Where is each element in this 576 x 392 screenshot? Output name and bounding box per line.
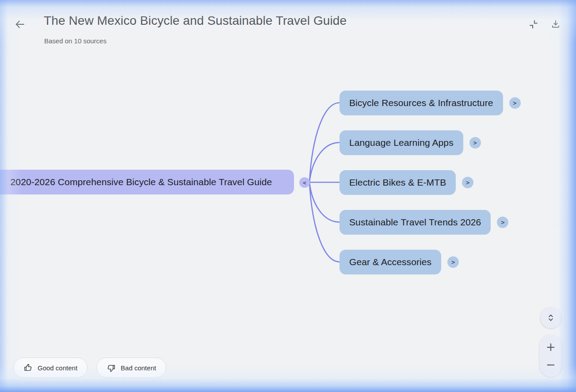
connector-line xyxy=(309,143,339,183)
root-node-label: 2020-2026 Comprehensive Bicycle & Sustai… xyxy=(11,177,272,187)
expand-chevron-glyph: > xyxy=(473,139,477,146)
download-icon xyxy=(550,19,561,30)
mindmap-node-sustainable-trends[interactable]: Sustainable Travel Trends 2026 xyxy=(339,210,491,235)
connector-line xyxy=(309,183,339,222)
expand-chevron-glyph: > xyxy=(501,219,504,226)
node-label: Gear & Accessories xyxy=(349,257,431,267)
good-content-label: Good content xyxy=(38,364,77,372)
expand-toggle[interactable]: > xyxy=(447,256,459,268)
node-label: Bicycle Resources & Infrastructure xyxy=(349,98,493,108)
mindmap-branch-row: Sustainable Travel Trends 2026 > xyxy=(339,210,508,235)
thumbs-down-icon xyxy=(107,363,116,373)
bad-content-button[interactable]: Bad content xyxy=(96,358,166,378)
mindmap-branch-row: Language Learning Apps > xyxy=(339,130,481,155)
collapse-content-icon xyxy=(528,19,539,30)
unfold-more-icon xyxy=(545,312,556,323)
mindmap-branch-row: Electric Bikes & E-MTB > xyxy=(339,170,473,195)
zoom-in-button[interactable]: + xyxy=(539,335,562,356)
mindmap-node-electric-bikes[interactable]: Electric Bikes & E-MTB xyxy=(339,170,456,195)
collapse-content-button[interactable] xyxy=(526,17,541,32)
fit-to-screen-button[interactable] xyxy=(540,307,561,328)
mindmap-canvas: The New Mexico Bicycle and Sustainable T… xyxy=(0,0,576,392)
good-content-button[interactable]: Good content xyxy=(13,358,88,378)
sources-count-label: Based on 10 sources xyxy=(44,37,107,45)
feedback-bar: Good content Bad content xyxy=(13,358,166,378)
mindmap-node-language-apps[interactable]: Language Learning Apps xyxy=(339,130,463,155)
mindmap-node-gear-accessories[interactable]: Gear & Accessories xyxy=(339,250,441,274)
mindmap-root-node[interactable]: 2020-2026 Comprehensive Bicycle & Sustai… xyxy=(0,170,294,194)
arrow-left-icon xyxy=(14,19,26,30)
expand-chevron-glyph: > xyxy=(466,179,469,186)
mindmap-node-bicycle-resources[interactable]: Bicycle Resources & Infrastructure xyxy=(339,91,503,115)
thumbs-up-icon xyxy=(23,363,33,373)
page-title: The New Mexico Bicycle and Sustainable T… xyxy=(44,14,347,28)
node-label: Electric Bikes & E-MTB xyxy=(349,177,446,188)
mindmap-connectors xyxy=(0,0,576,392)
bad-content-label: Bad content xyxy=(121,364,156,372)
node-label: Language Learning Apps xyxy=(349,137,454,148)
node-label: Sustainable Travel Trends 2026 xyxy=(349,217,481,228)
download-button[interactable] xyxy=(548,17,563,32)
root-collapse-toggle[interactable]: < xyxy=(299,177,310,188)
mindmap-branch-row: Gear & Accessories > xyxy=(339,250,459,274)
expand-toggle[interactable]: > xyxy=(469,137,481,148)
expand-toggle[interactable]: > xyxy=(497,217,508,228)
expand-chevron-glyph: > xyxy=(451,259,455,266)
expand-toggle[interactable]: > xyxy=(509,97,521,109)
zoom-out-button[interactable]: − xyxy=(539,356,562,377)
mindmap-branch-row: Bicycle Resources & Infrastructure > xyxy=(339,91,521,115)
expand-toggle[interactable]: > xyxy=(462,177,473,188)
back-button[interactable] xyxy=(12,17,27,32)
zoom-control: + − xyxy=(539,335,562,377)
collapse-chevron-glyph: < xyxy=(303,179,306,186)
expand-chevron-glyph: > xyxy=(513,99,516,107)
